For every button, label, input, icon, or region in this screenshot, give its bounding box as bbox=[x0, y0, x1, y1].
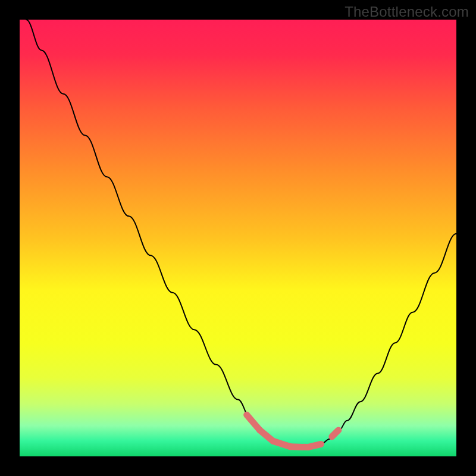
gradient-background bbox=[20, 20, 456, 456]
chart-frame: TheBottleneck.com bbox=[0, 0, 476, 476]
svg-line-4 bbox=[308, 444, 321, 447]
plot-area bbox=[20, 20, 456, 456]
chart-svg bbox=[20, 20, 456, 456]
watermark-text: TheBottleneck.com bbox=[345, 4, 469, 20]
svg-line-5 bbox=[332, 430, 339, 437]
